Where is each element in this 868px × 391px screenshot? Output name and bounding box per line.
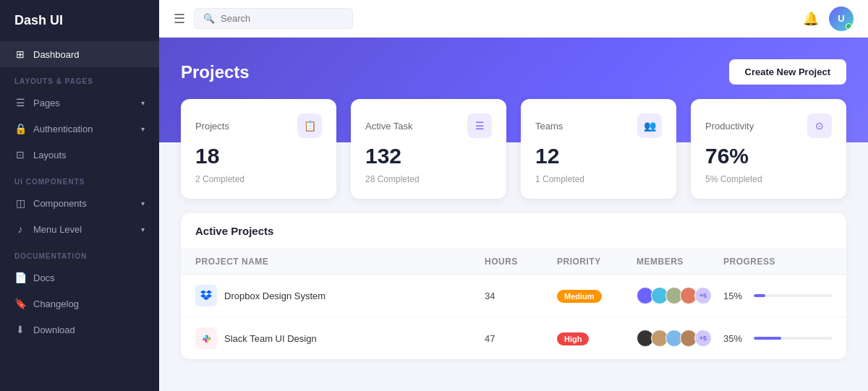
stat-card-active-task: Active Task ☰ 132 28 Completed (351, 99, 506, 199)
page-content: Projects Create New Project Projects 📋 1… (159, 38, 868, 391)
components-icon: ◫ (14, 197, 26, 209)
stat-sub: 2 Completed (195, 174, 322, 184)
main-content: ☰ 🔍 🔔 U Projects Create New Project (159, 0, 868, 391)
col-members: Members (637, 257, 723, 267)
page-title: Projects (181, 62, 250, 82)
bell-icon[interactable]: 🔔 (803, 11, 819, 27)
dashboard-icon: ⊞ (14, 48, 26, 60)
topbar: ☰ 🔍 🔔 U (159, 0, 868, 38)
progress-cell: 35% (723, 333, 832, 344)
priority-badge-high: High (557, 332, 589, 345)
priority-cell: High (557, 332, 637, 345)
sidebar-item-label: Authentication (33, 124, 93, 134)
chevron-down-icon: ▾ (141, 225, 145, 233)
sidebar-item-label: Dashboard (33, 49, 80, 60)
menu-level-icon: ♪ (14, 223, 26, 235)
section-label-layouts: Layouts & Pages (0, 67, 159, 90)
stat-card-productivity: Productivity ⊙ 76% 5% Completed (691, 99, 846, 199)
sidebar-item-label: Docs (33, 272, 55, 283)
stat-label: Projects (195, 121, 229, 132)
member-plus: +5 (694, 287, 712, 304)
stat-label: Productivity (705, 121, 754, 132)
stat-value: 132 (365, 144, 492, 168)
sidebar-item-download[interactable]: ⬇ Download (0, 317, 159, 343)
hero-header: Projects Create New Project (181, 59, 846, 85)
teams-icon: 👥 (637, 113, 662, 138)
project-logo-dropbox (195, 285, 217, 306)
chevron-down-icon: ▾ (141, 99, 145, 107)
progress-pct: 15% (723, 291, 746, 301)
section-label-ui: UI Components (0, 168, 159, 190)
col-priority: Priority (557, 257, 637, 267)
chevron-down-icon: ▾ (141, 125, 145, 133)
member-plus: +5 (694, 330, 712, 347)
members-cell: +5 (637, 287, 723, 304)
col-hours: Hours (485, 257, 557, 267)
sidebar-item-label: Download (33, 325, 75, 335)
topbar-right: 🔔 U (803, 7, 854, 31)
docs-icon: 📄 (14, 272, 26, 283)
stat-value: 76% (705, 144, 832, 168)
progress-cell: 15% (723, 291, 832, 301)
hamburger-icon[interactable]: ☰ (174, 11, 185, 27)
priority-badge-medium: Medium (557, 290, 602, 303)
sidebar-item-dashboard[interactable]: ⊞ Dashboard (0, 41, 159, 67)
sidebar-item-label: Menu Level (33, 224, 82, 235)
avatar-online-dot (846, 23, 852, 30)
sidebar-item-label: Pages (33, 98, 60, 108)
changelog-icon: 🔖 (14, 298, 26, 309)
sidebar-item-label: Components (33, 198, 87, 209)
project-name-text: Dropbox Design System (224, 291, 326, 301)
stat-label: Active Task (365, 121, 413, 132)
progress-pct: 35% (723, 333, 746, 344)
progress-bar-fill (754, 294, 765, 297)
stat-label: Teams (535, 121, 563, 132)
progress-bar-wrap (754, 294, 832, 297)
sidebar-item-changelog[interactable]: 🔖 Changelog (0, 291, 159, 317)
search-icon: 🔍 (203, 13, 215, 24)
project-logo-slack (195, 327, 217, 349)
sidebar-nav: ⊞ Dashboard Layouts & Pages ☰ Pages ▾ 🔒 … (0, 41, 159, 343)
stat-sub: 1 Completed (535, 174, 662, 184)
productivity-icon: ⊙ (807, 113, 832, 138)
sidebar-item-layouts[interactable]: ⊡ Layouts (0, 142, 159, 168)
priority-cell: Medium (557, 289, 637, 303)
table-header: Project Name Hours Priority Members Prog… (181, 249, 846, 275)
project-name-cell: Slack Team UI Design (195, 327, 485, 349)
stat-value: 12 (535, 144, 662, 168)
task-icon: ☰ (467, 113, 492, 138)
members-cell: +5 (637, 330, 723, 347)
active-projects-table: Active Projects Project Name Hours Prior… (181, 213, 846, 359)
section-label-docs: Documentation (0, 242, 159, 265)
search-input[interactable] (221, 13, 336, 24)
sidebar: Dash UI ⊞ Dashboard Layouts & Pages ☰ Pa… (0, 0, 159, 391)
progress-bar-fill (754, 337, 781, 340)
hours-cell: 34 (485, 291, 557, 301)
stat-value: 18 (195, 144, 322, 168)
create-project-button[interactable]: Create New Project (729, 59, 847, 85)
sidebar-item-pages[interactable]: ☰ Pages ▾ (0, 90, 159, 116)
avatar[interactable]: U (829, 7, 854, 31)
download-icon: ⬇ (14, 324, 26, 335)
sidebar-item-docs[interactable]: 📄 Docs (0, 265, 159, 291)
project-name-cell: Dropbox Design System (195, 285, 485, 306)
stat-sub: 5% Completed (705, 174, 832, 184)
sidebar-item-label: Changelog (33, 298, 79, 309)
stat-card-teams: Teams 👥 12 1 Completed (521, 99, 676, 199)
col-progress: Progress (723, 257, 832, 267)
search-box[interactable]: 🔍 (194, 8, 353, 29)
pages-icon: ☰ (14, 97, 26, 108)
table-row: Slack Team UI Design 47 High +5 35% (181, 317, 846, 359)
sidebar-item-authentication[interactable]: 🔒 Authentication ▾ (0, 116, 159, 142)
stat-card-projects: Projects 📋 18 2 Completed (181, 99, 336, 199)
briefcase-icon: 📋 (297, 113, 322, 138)
active-projects-title: Active Projects (181, 213, 846, 249)
lock-icon: 🔒 (14, 123, 26, 134)
sidebar-item-components[interactable]: ◫ Components ▾ (0, 190, 159, 216)
layout-icon: ⊡ (14, 149, 26, 160)
app-logo: Dash UI (0, 0, 159, 41)
stat-sub: 28 Completed (365, 174, 492, 184)
col-project-name: Project Name (195, 257, 485, 267)
table-row: Dropbox Design System 34 Medium +5 15% (181, 275, 846, 317)
sidebar-item-menu-level[interactable]: ♪ Menu Level ▾ (0, 216, 159, 242)
